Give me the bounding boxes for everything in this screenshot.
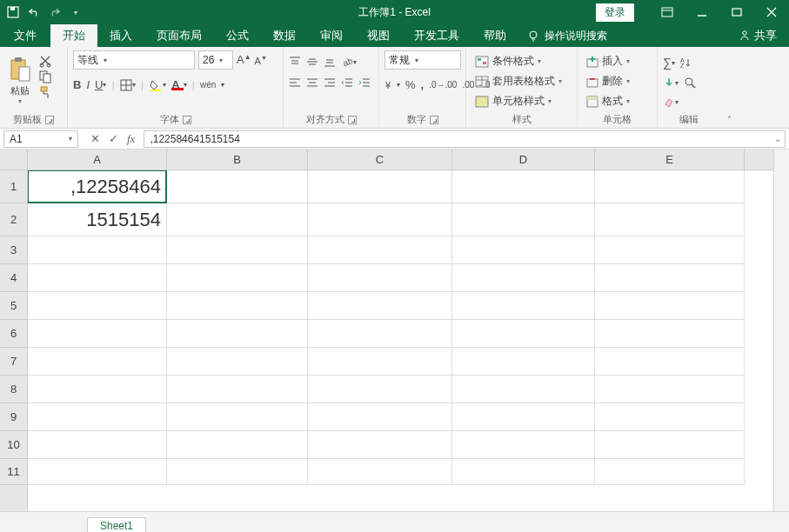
font-name-select[interactable]: 等线▾ [73, 50, 195, 70]
cell-E4[interactable] [595, 264, 745, 292]
cell-A7[interactable] [28, 348, 167, 376]
cell-D10[interactable] [452, 431, 595, 459]
cell-E5[interactable] [595, 292, 745, 320]
cell-D11[interactable] [452, 459, 595, 485]
conditional-format-button[interactable]: 条件格式▾ [471, 52, 565, 70]
close-icon[interactable] [754, 0, 789, 24]
cell-B7[interactable] [167, 348, 308, 376]
cell-C7[interactable] [308, 348, 452, 376]
percent-format-icon[interactable]: % [405, 78, 416, 91]
row-header[interactable]: 2 [0, 203, 27, 236]
cell-B3[interactable] [167, 236, 308, 264]
cell-D9[interactable] [452, 403, 595, 431]
cell-C6[interactable] [308, 320, 452, 348]
cell-B10[interactable] [167, 431, 308, 459]
insert-cells-button[interactable]: 插入▾ [583, 52, 633, 70]
cancel-edit-icon[interactable]: ✕ [90, 132, 100, 145]
tab-insert[interactable]: 插入 [97, 24, 144, 47]
cell-E9[interactable] [595, 403, 745, 431]
insert-function-icon[interactable]: fx [127, 132, 135, 146]
cell-D4[interactable] [452, 264, 595, 292]
cell-D6[interactable] [452, 320, 595, 348]
qat-customize-icon[interactable]: ▾ [70, 6, 82, 18]
cell-E10[interactable] [595, 431, 745, 459]
sort-filter-icon[interactable]: AZ [680, 57, 692, 69]
cell-C5[interactable] [308, 292, 452, 320]
collapse-ribbon-icon[interactable]: ˄ [727, 115, 732, 124]
cell-A3[interactable] [28, 236, 167, 264]
cell-B2[interactable] [167, 203, 308, 236]
tab-formulas[interactable]: 公式 [214, 24, 261, 47]
login-button[interactable]: 登录 [596, 3, 634, 22]
font-color-icon[interactable]: A▾ [171, 78, 186, 91]
cell-B5[interactable] [167, 292, 308, 320]
tab-home[interactable]: 开始 [50, 24, 97, 47]
cell-E3[interactable] [595, 236, 745, 264]
tab-data[interactable]: 数据 [261, 24, 308, 47]
font-size-select[interactable]: 26▾ [198, 50, 233, 70]
share-button[interactable]: 共享 [726, 24, 789, 47]
cell-D3[interactable] [452, 236, 595, 264]
enter-edit-icon[interactable]: ✓ [109, 132, 118, 145]
select-all-button[interactable] [0, 150, 28, 170]
orientation-icon[interactable]: ab▾ [341, 56, 357, 68]
bold-button[interactable]: B [73, 78, 81, 91]
align-right-icon[interactable] [324, 76, 336, 89]
clear-icon[interactable]: ▾ [663, 96, 679, 108]
expand-formula-bar-icon[interactable]: ⌄ [774, 134, 781, 143]
align-center-icon[interactable] [306, 76, 318, 89]
cell-C4[interactable] [308, 264, 452, 292]
cell-C10[interactable] [308, 431, 452, 459]
cell-E2[interactable] [595, 203, 745, 236]
align-top-icon[interactable] [289, 56, 301, 68]
format-table-button[interactable]: 套用表格格式▾ [471, 72, 565, 90]
align-middle-icon[interactable] [306, 56, 318, 68]
column-header[interactable]: C [308, 150, 452, 170]
border-icon[interactable]: ▾ [120, 79, 136, 91]
tab-review[interactable]: 审阅 [308, 24, 355, 47]
tell-me-search[interactable]: 操作说明搜索 [518, 24, 616, 47]
dialog-launcher-icon[interactable] [430, 116, 438, 124]
formula-bar[interactable]: ,122584641515154 ⌄ [144, 130, 786, 148]
cell-E8[interactable] [595, 376, 745, 403]
find-select-icon[interactable] [684, 76, 696, 89]
ribbon-display-icon[interactable] [650, 0, 685, 24]
align-left-icon[interactable] [289, 76, 301, 89]
cell-A8[interactable] [28, 376, 167, 403]
cell-E1[interactable] [595, 170, 745, 203]
decrease-indent-icon[interactable] [341, 76, 353, 89]
row-header[interactable]: 3 [0, 236, 27, 264]
dialog-launcher-icon[interactable] [348, 116, 357, 124]
copy-icon[interactable] [38, 70, 52, 83]
cell-B1[interactable] [167, 170, 308, 203]
dialog-launcher-icon[interactable] [183, 116, 191, 124]
cell-D7[interactable] [452, 348, 595, 376]
cell-D1[interactable] [452, 170, 595, 203]
cell-C3[interactable] [308, 236, 452, 264]
row-header[interactable]: 11 [0, 459, 27, 485]
maximize-icon[interactable] [719, 0, 754, 24]
cell-C1[interactable] [308, 170, 452, 203]
cell-B8[interactable] [167, 376, 308, 403]
cell-A6[interactable] [28, 320, 167, 348]
italic-button[interactable]: I [86, 78, 90, 91]
minimize-icon[interactable] [685, 0, 719, 24]
row-header[interactable]: 8 [0, 376, 27, 403]
row-header[interactable]: 9 [0, 403, 27, 431]
cell-A2[interactable]: 1515154 [28, 203, 167, 236]
cell-D8[interactable] [452, 376, 595, 403]
row-header[interactable]: 7 [0, 348, 27, 376]
tab-view[interactable]: 视图 [355, 24, 402, 47]
save-icon[interactable] [7, 6, 19, 18]
tab-file[interactable]: 文件 [0, 24, 50, 47]
align-bottom-icon[interactable] [324, 56, 336, 68]
tab-page-layout[interactable]: 页面布局 [144, 24, 214, 47]
cell-B4[interactable] [167, 264, 308, 292]
fill-color-icon[interactable]: ▾ [149, 79, 166, 91]
column-header[interactable]: E [595, 150, 745, 170]
cell-D5[interactable] [452, 292, 595, 320]
cell-B9[interactable] [167, 403, 308, 431]
cell-A5[interactable] [28, 292, 167, 320]
cell-B11[interactable] [167, 459, 308, 485]
cell-C9[interactable] [308, 403, 452, 431]
